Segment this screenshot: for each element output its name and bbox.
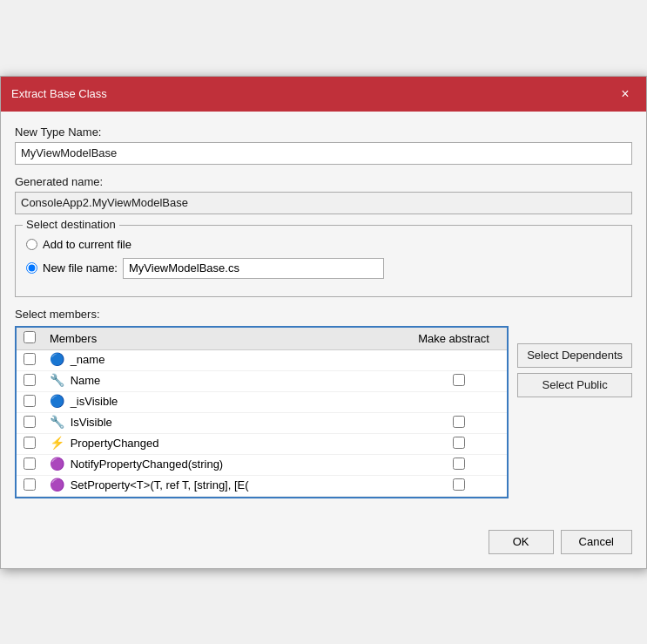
- generated-name-input: [15, 192, 632, 214]
- row-abstract-cell: [411, 454, 507, 475]
- select-all-checkbox[interactable]: [24, 331, 36, 343]
- table-row: ⚡ PropertyChanged: [17, 433, 507, 454]
- row-member-cell: 🟣 NotifyPropertyChanged(string): [43, 454, 411, 475]
- generated-name-group: Generated name:: [15, 175, 632, 214]
- method-icon: 🟣: [50, 458, 64, 471]
- member-name: _name: [71, 353, 105, 366]
- member-name: IsVisible: [71, 416, 112, 429]
- dialog-content: New Type Name: Generated name: Select de…: [1, 112, 646, 523]
- row-select-checkbox[interactable]: [24, 478, 36, 491]
- table-row: 🔵 _isVisible: [17, 391, 507, 412]
- cancel-button[interactable]: Cancel: [561, 530, 632, 554]
- row-select-checkbox[interactable]: [24, 395, 36, 407]
- row-member-cell: 🟣 SetProperty<T>(T, ref T, [string], [E(: [43, 475, 411, 496]
- extract-base-class-dialog: Extract Base Class × New Type Name: Gene…: [0, 76, 647, 569]
- table-row: 🔧 IsVisible: [17, 412, 507, 433]
- dialog-footer: OK Cancel: [1, 523, 646, 568]
- abstract-checkbox[interactable]: [453, 374, 465, 386]
- table-header-row: Members Make abstract: [17, 328, 507, 350]
- ok-button[interactable]: OK: [489, 530, 554, 554]
- radio-new-file[interactable]: [26, 262, 37, 274]
- row-member-cell: ⚡ PropertyChanged: [43, 433, 411, 454]
- row-member-cell: 🔧 Name: [43, 370, 411, 391]
- radio-group: Add to current file New file name:: [26, 238, 621, 279]
- row-abstract-cell: [411, 391, 507, 412]
- row-abstract-cell: [411, 349, 507, 370]
- row-checkbox-cell: [17, 391, 43, 412]
- members-buttons: Select Dependents Select Public: [517, 326, 632, 498]
- close-button[interactable]: ×: [615, 84, 636, 105]
- event-icon: ⚡: [50, 437, 64, 451]
- new-type-name-group: New Type Name:: [15, 125, 632, 165]
- row-abstract-cell: [411, 475, 507, 496]
- abstract-checkbox[interactable]: [453, 416, 465, 428]
- header-make-abstract-col: Make abstract: [411, 328, 507, 350]
- header-checkbox-col: [17, 328, 43, 350]
- wrench-icon: 🔧: [50, 416, 64, 430]
- members-table: Members Make abstract: [17, 328, 507, 497]
- abstract-checkbox[interactable]: [453, 458, 465, 470]
- members-label: Select members:: [15, 308, 632, 321]
- row-checkbox-cell: [17, 454, 43, 475]
- field-icon: 🔵: [50, 353, 64, 367]
- table-row: 🔧 Name: [17, 370, 507, 391]
- row-select-checkbox[interactable]: [24, 458, 36, 470]
- radio-add-current-label[interactable]: Add to current file: [43, 238, 131, 251]
- row-abstract-cell: [411, 370, 507, 391]
- generated-name-label: Generated name:: [15, 175, 632, 188]
- new-file-name-input[interactable]: [123, 258, 384, 279]
- row-member-cell: 🔵 _isVisible: [43, 391, 411, 412]
- dialog-title: Extract Base Class: [11, 87, 107, 100]
- abstract-checkbox[interactable]: [453, 478, 465, 491]
- new-type-name-label: New Type Name:: [15, 125, 632, 139]
- row-abstract-cell: [411, 433, 507, 454]
- row-checkbox-cell: [17, 475, 43, 496]
- row-checkbox-cell: [17, 412, 43, 433]
- row-select-checkbox[interactable]: [24, 416, 36, 428]
- row-checkbox-cell: [17, 349, 43, 370]
- members-table-body: 🔵 _name 🔧: [17, 349, 507, 496]
- member-name: SetProperty<T>(T, ref T, [string], [E(: [71, 478, 249, 491]
- members-section-wrapper: Select members: Members: [15, 308, 632, 498]
- members-section: Members Make abstract: [15, 326, 632, 498]
- table-row: 🟣 SetProperty<T>(T, ref T, [string], [E(: [17, 475, 507, 496]
- radio-new-file-row: New file name:: [26, 258, 621, 279]
- select-dependents-button[interactable]: Select Dependents: [517, 343, 632, 368]
- title-bar: Extract Base Class ×: [1, 77, 646, 112]
- member-name: _isVisible: [71, 395, 118, 408]
- row-member-cell: 🔧 IsVisible: [43, 412, 411, 433]
- row-checkbox-cell: [17, 370, 43, 391]
- method-icon: 🟣: [50, 478, 64, 492]
- row-select-checkbox[interactable]: [24, 353, 36, 365]
- member-name: PropertyChanged: [71, 437, 159, 450]
- wrench-icon: 🔧: [50, 374, 64, 388]
- select-public-button[interactable]: Select Public: [517, 373, 632, 397]
- row-select-checkbox[interactable]: [24, 374, 36, 386]
- member-name: NotifyPropertyChanged(string): [71, 458, 224, 471]
- row-abstract-cell: [411, 412, 507, 433]
- destination-group-label: Select destination: [23, 218, 119, 231]
- member-name: Name: [71, 374, 101, 387]
- table-row: 🔵 _name: [17, 349, 507, 370]
- row-select-checkbox[interactable]: [24, 437, 36, 449]
- members-table-container: Members Make abstract: [15, 326, 509, 498]
- abstract-checkbox[interactable]: [453, 437, 465, 449]
- destination-group: Select destination Add to current file N…: [15, 225, 632, 297]
- table-row: 🟣 NotifyPropertyChanged(string): [17, 454, 507, 475]
- new-type-name-input[interactable]: [15, 142, 632, 165]
- radio-new-file-label[interactable]: New file name:: [43, 261, 118, 275]
- row-checkbox-cell: [17, 433, 43, 454]
- row-member-cell: 🔵 _name: [43, 349, 411, 370]
- radio-add-current[interactable]: [26, 239, 37, 250]
- field-icon: 🔵: [50, 395, 64, 409]
- header-members-col: Members: [43, 328, 411, 350]
- radio-add-current-row: Add to current file: [26, 238, 621, 251]
